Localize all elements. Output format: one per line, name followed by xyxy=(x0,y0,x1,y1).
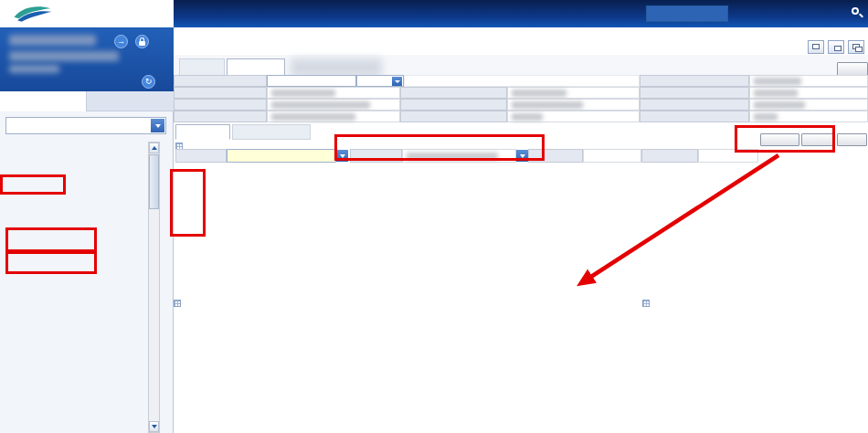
logo-swoosh-icon xyxy=(13,3,53,25)
cancel-register-button[interactable] xyxy=(837,133,867,146)
scrollbar-thumb[interactable] xyxy=(149,154,159,209)
student-no-value-right xyxy=(749,75,868,87)
filter-grad-value[interactable] xyxy=(227,149,336,163)
register-button[interactable] xyxy=(801,133,834,146)
subtab-thesis-registration[interactable] xyxy=(232,124,311,140)
term-select[interactable] xyxy=(356,75,404,87)
application-window: → ↻ xyxy=(0,0,868,433)
user-info-panel: → ↻ xyxy=(0,27,174,91)
gender-label xyxy=(640,111,749,122)
gender-value xyxy=(749,111,868,122)
lock-icon[interactable] xyxy=(135,35,149,48)
redacted-tab xyxy=(291,58,382,77)
filter-prof-label xyxy=(528,149,583,163)
left-sidebar: → ↻ xyxy=(0,27,174,433)
filter-dept-value[interactable] xyxy=(402,149,516,163)
user-info-redacted xyxy=(9,51,119,61)
query-button[interactable] xyxy=(837,62,868,76)
user-name-redacted xyxy=(9,35,96,46)
scroll-down-icon[interactable] xyxy=(149,421,159,432)
dock-window-icon[interactable] xyxy=(808,40,824,54)
tab-notice[interactable] xyxy=(179,58,225,77)
status-value xyxy=(749,87,868,99)
major-label xyxy=(640,99,749,111)
cascade-windows-icon[interactable] xyxy=(848,40,864,54)
tab-course-registration[interactable] xyxy=(227,58,285,77)
dept-value xyxy=(507,99,640,111)
university-logo xyxy=(0,0,174,27)
filter-course-label xyxy=(641,149,698,163)
tab-menu[interactable] xyxy=(0,91,87,111)
filter-dept-label xyxy=(350,149,402,163)
student-no-value xyxy=(267,87,400,99)
menu-category-select[interactable] xyxy=(5,117,166,134)
chevron-down-icon[interactable] xyxy=(336,150,348,162)
course-value xyxy=(267,111,400,122)
dept-label xyxy=(400,99,507,111)
form-spacer xyxy=(404,75,640,87)
refresh-timer-icon[interactable]: ↻ xyxy=(142,75,155,89)
course-label xyxy=(174,111,267,122)
major-value xyxy=(749,99,868,111)
restore-window-icon[interactable] xyxy=(828,40,844,54)
logout-icon[interactable]: → xyxy=(114,35,128,48)
chevron-down-icon[interactable] xyxy=(151,119,164,132)
main-content xyxy=(174,27,868,433)
sidebar-tabs xyxy=(0,91,174,111)
grid-icon xyxy=(642,300,650,307)
course-search-button[interactable] xyxy=(760,133,799,146)
document-tab-strip xyxy=(174,55,868,77)
year-field[interactable] xyxy=(267,75,356,87)
scroll-up-icon[interactable] xyxy=(149,143,159,153)
search-icon[interactable] xyxy=(851,6,863,19)
sidebar-scrollbar[interactable] xyxy=(148,142,160,433)
menu-search-input[interactable] xyxy=(646,5,728,22)
grad-school-value xyxy=(267,99,400,111)
student-no-label xyxy=(174,87,267,99)
grad-school-label xyxy=(174,99,267,111)
timetable-title xyxy=(642,298,653,308)
name-label xyxy=(400,87,507,99)
filter-grad-label xyxy=(175,149,227,163)
chevron-down-icon[interactable] xyxy=(392,77,402,86)
tab-favorites[interactable] xyxy=(87,91,174,111)
grid-icon xyxy=(174,300,181,307)
filter-prof-input[interactable] xyxy=(583,149,641,163)
enrollment-section-title xyxy=(174,298,210,308)
year-term-label xyxy=(174,75,267,87)
filter-course-input[interactable] xyxy=(698,149,758,163)
chevron-down-icon[interactable] xyxy=(516,150,528,162)
subtab-course-registration[interactable] xyxy=(175,124,230,140)
user-info-redacted xyxy=(9,65,59,73)
term-no-value xyxy=(507,111,640,122)
student-no-label-right xyxy=(640,75,749,87)
term-no-label xyxy=(400,111,507,122)
name-value xyxy=(507,87,640,99)
status-label xyxy=(640,87,749,99)
